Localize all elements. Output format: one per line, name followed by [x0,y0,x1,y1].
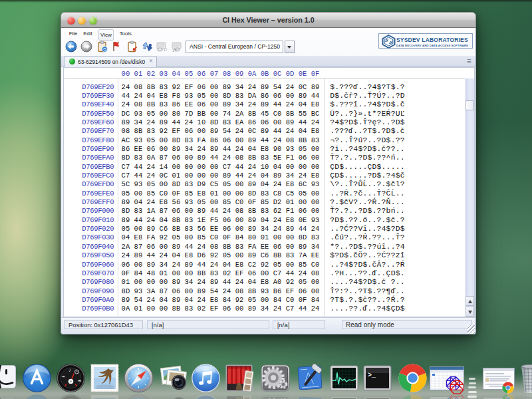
svg-text:♪: ♪ [68,367,71,373]
svg-text:>_: >_ [368,372,376,379]
